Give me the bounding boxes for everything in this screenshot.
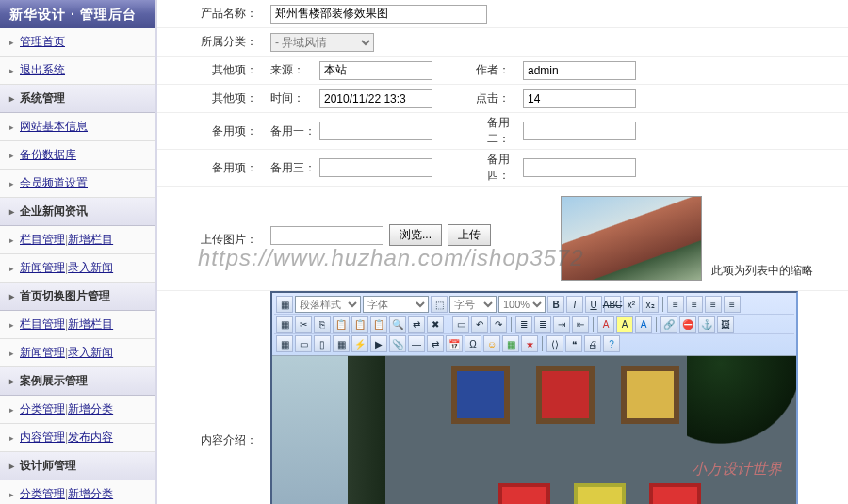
back-color-button[interactable]: A [635, 316, 652, 333]
sidebar-item[interactable]: 网站基本信息 [0, 113, 155, 141]
bg-color-button[interactable]: A [616, 316, 633, 333]
category-select[interactable]: - 异域风情 [270, 33, 374, 52]
sidebar-section[interactable]: 系统管理 [0, 85, 155, 113]
align-left-button[interactable]: ≡ [667, 296, 684, 313]
print-button[interactable]: 🖨 [584, 335, 601, 352]
strike-button[interactable]: ABC [604, 296, 621, 313]
art-button[interactable]: ★ [521, 335, 538, 352]
help-button[interactable]: ? [603, 335, 620, 352]
media-button[interactable]: ▶ [370, 335, 387, 352]
sidebar-link[interactable]: 退出系统 [20, 63, 65, 76]
sub-button[interactable]: x₂ [642, 296, 659, 313]
time-input[interactable] [319, 89, 432, 108]
product-name-input[interactable] [270, 5, 487, 24]
source-input[interactable] [319, 61, 432, 80]
sidebar-link[interactable]: 网站基本信息 [20, 120, 88, 133]
replace-button[interactable]: ⇄ [408, 316, 425, 333]
ordered-list-button[interactable]: ≣ [515, 316, 532, 333]
font-recent-icon[interactable]: ⬚ [431, 296, 448, 313]
unordered-list-button[interactable]: ≣ [534, 316, 551, 333]
excel-button[interactable]: ▦ [502, 335, 519, 352]
para-style-select[interactable]: 段落样式 [295, 296, 361, 313]
font-size-select[interactable]: 字号 [449, 296, 497, 313]
super-button[interactable]: x² [623, 296, 640, 313]
file-button[interactable]: 📎 [389, 335, 406, 352]
sidebar-section[interactable]: 设计师管理 [0, 452, 155, 480]
sidebar-link[interactable]: 内容管理 [20, 431, 65, 444]
indent-button[interactable]: ⇥ [553, 316, 570, 333]
unlink-button[interactable]: ⛔ [679, 316, 696, 333]
layer-button[interactable]: ▯ [314, 335, 331, 352]
sidebar-link[interactable]: 新增栏目 [65, 317, 113, 331]
sidebar-item[interactable]: 会员频道设置 [0, 170, 155, 198]
select-all-button[interactable]: ▭ [452, 316, 469, 333]
zoom-select[interactable]: 100% [498, 296, 546, 313]
sidebar-link[interactable]: 栏目管理 [20, 233, 65, 246]
spare2a-input[interactable] [319, 158, 432, 177]
spare1b-input[interactable] [523, 122, 636, 140]
paste-button[interactable]: 📋 [333, 316, 350, 333]
box-button[interactable]: ▭ [295, 335, 312, 352]
sidebar-link[interactable]: 新增分类 [65, 402, 113, 415]
anchor-button[interactable]: ⚓ [698, 316, 715, 333]
browse-button[interactable]: 浏览... [389, 224, 442, 246]
emoji-button[interactable]: ☺ [483, 335, 500, 352]
sidebar-link[interactable]: 新增分类 [65, 487, 113, 500]
undo-button[interactable]: ↶ [471, 316, 488, 333]
align-center-button[interactable]: ≡ [686, 296, 703, 313]
spare2b-input[interactable] [523, 158, 636, 177]
copy-button[interactable]: ⎘ [314, 316, 331, 333]
sidebar-link[interactable]: 发布内容 [65, 431, 113, 444]
font-color-button[interactable]: A [597, 316, 614, 333]
sidebar-link[interactable]: 栏目管理 [20, 317, 65, 331]
sidebar-item[interactable]: 退出系统 [0, 57, 155, 85]
flash-button[interactable]: ⚡ [351, 335, 368, 352]
sidebar-section[interactable]: 企业新闻资讯 [0, 198, 155, 226]
code-button[interactable]: ⟨⟩ [546, 335, 563, 352]
align-right-button[interactable]: ≡ [705, 296, 722, 313]
sidebar-link[interactable]: 新闻管理 [20, 346, 65, 359]
paste-word-button[interactable]: 📋 [370, 316, 387, 333]
author-input[interactable] [523, 61, 636, 80]
find-button[interactable]: 🔍 [389, 316, 406, 333]
paste-text-button[interactable]: 📋 [351, 316, 368, 333]
sidebar-link[interactable]: 分类管理 [20, 402, 65, 415]
hits-input[interactable] [523, 89, 636, 108]
date-button[interactable]: 📅 [446, 335, 463, 352]
font-family-select[interactable]: 字体 [363, 296, 429, 313]
upload-path-input[interactable] [270, 226, 383, 245]
sidebar-section[interactable]: 首页切换图片管理 [0, 283, 155, 311]
quote-button[interactable]: ❝ [565, 335, 582, 352]
sidebar-link[interactable]: 录入新闻 [65, 346, 113, 359]
upload-button[interactable]: 上传 [448, 224, 491, 246]
link-button[interactable]: 🔗 [660, 316, 677, 333]
sidebar-link[interactable]: 新增栏目 [65, 233, 113, 246]
table-button[interactable]: ▦ [333, 335, 350, 352]
align-justify-button[interactable]: ≡ [724, 296, 741, 313]
cut-button[interactable]: ✂ [295, 316, 312, 333]
toolbar-row2-expand-icon[interactable]: ▦ [276, 316, 293, 333]
delete-button[interactable]: ✖ [427, 316, 444, 333]
sidebar-link[interactable]: 管理首页 [20, 35, 65, 48]
redo-button[interactable]: ↷ [490, 316, 507, 333]
sidebar-link[interactable]: 备份数据库 [20, 148, 76, 161]
sidebar-link[interactable]: 分类管理 [20, 487, 65, 500]
bold-button[interactable]: B [547, 296, 564, 313]
marquee-button[interactable]: ⇄ [427, 335, 444, 352]
image-button[interactable]: 🖼 [717, 316, 734, 333]
toolbar-expand-icon[interactable]: ▦ [276, 296, 293, 313]
sidebar-item[interactable]: 管理首页 [0, 28, 155, 57]
special-char-button[interactable]: Ω [465, 335, 481, 352]
hr-button[interactable]: ― [408, 335, 425, 352]
underline-button[interactable]: U [585, 296, 602, 313]
editor-canvas[interactable]: 小万设计世界 [272, 356, 796, 504]
outdent-button[interactable]: ⇤ [572, 316, 589, 333]
toolbar-row3-expand-icon[interactable]: ▦ [276, 335, 293, 352]
sidebar-link[interactable]: 录入新闻 [65, 261, 113, 274]
italic-button[interactable]: I [566, 296, 583, 313]
spare1a-input[interactable] [319, 122, 432, 140]
sidebar-link[interactable]: 新闻管理 [20, 261, 65, 274]
sidebar-link[interactable]: 会员频道设置 [20, 176, 88, 189]
sidebar-section[interactable]: 案例展示管理 [0, 367, 155, 396]
sidebar-item[interactable]: 备份数据库 [0, 141, 155, 170]
